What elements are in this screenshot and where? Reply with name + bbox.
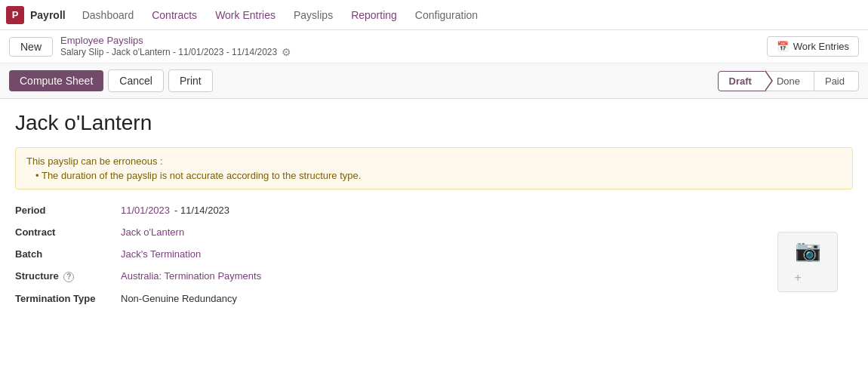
- print-button[interactable]: Print: [168, 69, 213, 92]
- gear-icon[interactable]: ⚙: [282, 46, 291, 58]
- termination-type-value: Non-Genuine Redundancy: [121, 293, 237, 304]
- breadcrumb-current: Salary Slip - Jack o'Lantern - 11/01/202…: [60, 46, 291, 58]
- camera-icon: 📷+: [795, 238, 821, 287]
- warning-title: This payslip can be erroneous :: [26, 156, 842, 167]
- sub-header-left: New Employee Payslips Salary Slip - Jack…: [9, 35, 291, 58]
- warning-item-0: The duration of the payslip is not accur…: [26, 170, 842, 181]
- breadcrumb-area: Employee Payslips Salary Slip - Jack o'L…: [60, 35, 291, 58]
- work-entries-label: Work Entries: [793, 41, 849, 52]
- nav-reporting[interactable]: Reporting: [343, 6, 405, 24]
- calendar-icon: 📅: [777, 41, 789, 52]
- nav-payslips[interactable]: Payslips: [286, 6, 340, 24]
- avatar-placeholder[interactable]: 📷+: [777, 232, 838, 292]
- structure-label: Structure ?: [15, 270, 121, 282]
- nav-contracts[interactable]: Contracts: [144, 6, 205, 24]
- main-content: 📷+ Jack o'Lantern This payslip can be er…: [0, 99, 868, 316]
- period-value: 11/01/2023 - 11/14/2023: [121, 205, 229, 216]
- app-logo: P: [6, 6, 24, 24]
- employee-name: Jack o'Lantern: [15, 111, 853, 135]
- period-separator: - 11/14/2023: [174, 205, 229, 216]
- status-paid[interactable]: Paid: [814, 71, 859, 91]
- cancel-button[interactable]: Cancel: [108, 69, 164, 92]
- structure-value[interactable]: Australia: Termination Payments: [121, 270, 261, 282]
- nav-work-entries[interactable]: Work Entries: [208, 6, 283, 24]
- work-entries-button[interactable]: 📅 Work Entries: [767, 36, 859, 57]
- form-section: Period 11/01/2023 - 11/14/2023 Contract …: [15, 205, 853, 304]
- form-row-structure: Structure ? Australia: Termination Payme…: [15, 270, 853, 282]
- app-name: Payroll: [30, 9, 66, 21]
- new-button[interactable]: New: [9, 37, 53, 57]
- contract-value[interactable]: Jack o'Lantern: [121, 226, 184, 238]
- nav-configuration[interactable]: Configuration: [408, 6, 485, 24]
- breadcrumb-link[interactable]: Employee Payslips: [60, 35, 291, 46]
- warning-box: This payslip can be erroneous : The dura…: [15, 147, 853, 189]
- form-row-contract: Contract Jack o'Lantern: [15, 226, 853, 238]
- content-wrapper: 📷+ Jack o'Lantern This payslip can be er…: [15, 111, 853, 304]
- contract-label: Contract: [15, 226, 121, 238]
- form-row-termination-type: Termination Type Non-Genuine Redundancy: [15, 293, 853, 304]
- period-label: Period: [15, 205, 121, 216]
- period-start[interactable]: 11/01/2023: [121, 205, 170, 216]
- breadcrumb-current-text: Salary Slip - Jack o'Lantern - 11/01/202…: [60, 47, 277, 57]
- form-row-period: Period 11/01/2023 - 11/14/2023: [15, 205, 853, 216]
- batch-value[interactable]: Jack's Termination: [121, 248, 201, 260]
- action-bar: Compute Sheet Cancel Print Draft Done Pa…: [0, 63, 868, 99]
- termination-type-label: Termination Type: [15, 293, 121, 304]
- top-navigation: P Payroll Dashboard Contracts Work Entri…: [0, 0, 868, 30]
- compute-sheet-button[interactable]: Compute Sheet: [9, 70, 103, 91]
- status-pipeline: Draft Done Paid: [718, 71, 859, 91]
- sub-header: New Employee Payslips Salary Slip - Jack…: [0, 30, 868, 63]
- structure-help-icon[interactable]: ?: [63, 272, 74, 282]
- status-draft[interactable]: Draft: [718, 71, 766, 91]
- action-bar-left: Compute Sheet Cancel Print: [9, 69, 213, 92]
- nav-dashboard[interactable]: Dashboard: [75, 6, 142, 24]
- form-row-batch: Batch Jack's Termination: [15, 248, 853, 260]
- batch-label: Batch: [15, 248, 121, 260]
